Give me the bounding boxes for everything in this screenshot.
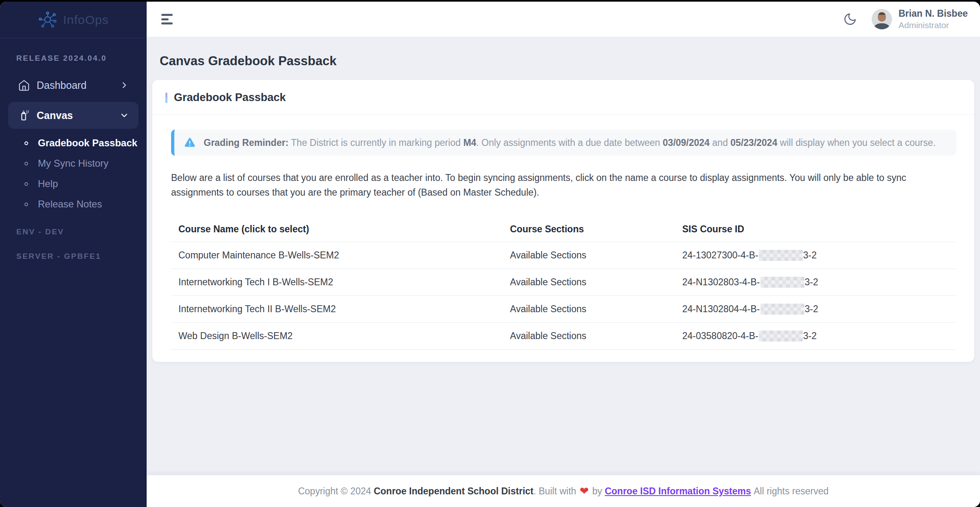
course-name-link[interactable]: Internetworking Tech II B-Wells-SEM2 xyxy=(171,304,510,315)
table-row: Internetworking Tech II B-Wells-SEM2 Ava… xyxy=(171,296,956,323)
avatar xyxy=(872,9,892,29)
hamburger-menu-button[interactable] xyxy=(161,14,174,24)
course-name-link[interactable]: Computer Maintenance B-Wells-SEM2 xyxy=(171,250,510,261)
col-course-name: Course Name (click to select) xyxy=(171,224,510,235)
submenu-item-label: My Sync History xyxy=(38,158,108,169)
col-sis-course-id: SIS Course ID xyxy=(682,224,956,235)
sidebar-item-label: Dashboard xyxy=(37,79,86,91)
card-body: Grading Reminder: The District is curren… xyxy=(152,115,974,362)
course-sections: Available Sections xyxy=(510,250,682,261)
submenu-item-help[interactable]: Help xyxy=(0,174,147,194)
sis-course-id: 24-N1302804-4-B-3-2 xyxy=(682,304,956,315)
submenu-item-gradebook-passback[interactable]: Gradebook Passback xyxy=(0,133,147,153)
course-sections: Available Sections xyxy=(510,277,682,288)
sis-course-id: 24-03580820-4-B-3-2 xyxy=(682,331,956,342)
information-systems-link[interactable]: Conroe ISD Information Systems xyxy=(605,486,751,497)
content-column: Brian N. Bisbee Administrator Canvas Gra… xyxy=(147,2,980,507)
sidebar-item-dashboard[interactable]: Dashboard xyxy=(8,75,138,95)
server-label: SERVER - GPBFE1 xyxy=(16,252,147,261)
table-row: Web Design B-Wells-SEM2 Available Sectio… xyxy=(171,323,956,350)
bullet-icon xyxy=(24,182,28,186)
redacted-block xyxy=(760,277,804,288)
app-window: InfoOps RELEASE 2024.04.0 Dashboard Canv… xyxy=(0,2,980,507)
card-header: Gradebook Passback xyxy=(152,80,974,115)
sidebar: InfoOps RELEASE 2024.04.0 Dashboard Canv… xyxy=(0,2,147,507)
submenu-item-release-notes[interactable]: Release Notes xyxy=(0,194,147,214)
copyright-text: Copyright © 2024 xyxy=(298,486,374,497)
spray-can-icon xyxy=(18,109,30,121)
card-title: Gradebook Passback xyxy=(174,91,286,104)
footer: Copyright © 2024 Conroe Independent Scho… xyxy=(147,475,980,507)
course-name-link[interactable]: Internetworking Tech I B-Wells-SEM2 xyxy=(171,277,510,288)
accent-bar xyxy=(165,93,167,103)
col-course-sections: Course Sections xyxy=(510,224,682,235)
rights-text: All rights reserved xyxy=(751,486,828,497)
course-name-link[interactable]: Web Design B-Wells-SEM2 xyxy=(171,331,510,342)
submenu-item-label: Release Notes xyxy=(38,198,102,210)
sidebar-item-canvas[interactable]: Canvas xyxy=(8,102,138,129)
alert-text: Grading Reminder: The District is curren… xyxy=(204,137,936,148)
main-content: Canvas Gradebook Passback Gradebook Pass… xyxy=(147,37,980,475)
user-name: Brian N. Bisbee xyxy=(899,8,968,20)
app-logo: InfoOps xyxy=(0,2,147,38)
grading-reminder-alert: Grading Reminder: The District is curren… xyxy=(171,130,956,156)
topbar: Brian N. Bisbee Administrator xyxy=(147,2,980,37)
gradebook-passback-card: Gradebook Passback Grading Reminder: The… xyxy=(152,80,974,362)
intro-text: Below are a list of courses that you are… xyxy=(171,170,949,200)
home-icon xyxy=(18,79,30,91)
moon-icon xyxy=(843,12,857,26)
redacted-block xyxy=(759,250,803,261)
heart-icon: ❤ xyxy=(579,485,590,498)
bullet-icon xyxy=(24,162,28,165)
table-row: Computer Maintenance B-Wells-SEM2 Availa… xyxy=(171,242,956,269)
course-sections: Available Sections xyxy=(510,304,682,315)
sis-course-id: 24-13027300-4-B-3-2 xyxy=(682,250,956,261)
logo-text: InfoOps xyxy=(63,13,109,27)
redacted-block xyxy=(760,304,804,315)
topbar-actions: Brian N. Bisbee Administrator xyxy=(843,8,968,30)
env-label: ENV - DEV xyxy=(16,227,147,236)
submenu-item-label: Gradebook Passback xyxy=(38,137,137,149)
district-name: Conroe Independent School District xyxy=(374,486,533,497)
sis-course-id: 24-N1302803-4-B-3-2 xyxy=(682,277,956,288)
bullet-icon xyxy=(24,141,28,145)
canvas-submenu: Gradebook Passback My Sync History Help … xyxy=(0,133,147,214)
submenu-item-my-sync-history[interactable]: My Sync History xyxy=(0,153,147,174)
network-nodes-icon xyxy=(38,10,57,30)
dark-mode-toggle[interactable] xyxy=(843,12,857,26)
chevron-down-icon xyxy=(120,111,129,120)
submenu-item-label: Help xyxy=(38,178,58,190)
bullet-icon xyxy=(24,203,28,206)
warning-triangle-icon xyxy=(183,137,196,149)
hamburger-icon xyxy=(161,14,173,16)
table-header-row: Course Name (click to select) Course Sec… xyxy=(171,217,956,242)
user-role: Administrator xyxy=(899,20,968,30)
courses-table: Course Name (click to select) Course Sec… xyxy=(171,217,956,350)
redacted-block xyxy=(759,331,803,342)
chevron-right-icon xyxy=(120,81,129,90)
user-menu[interactable]: Brian N. Bisbee Administrator xyxy=(872,8,968,30)
course-sections: Available Sections xyxy=(510,331,682,342)
page-title: Canvas Gradebook Passback xyxy=(160,54,980,68)
table-row: Internetworking Tech I B-Wells-SEM2 Avai… xyxy=(171,269,956,296)
sidebar-item-label: Canvas xyxy=(37,110,73,121)
release-label: RELEASE 2024.04.0 xyxy=(16,54,147,63)
